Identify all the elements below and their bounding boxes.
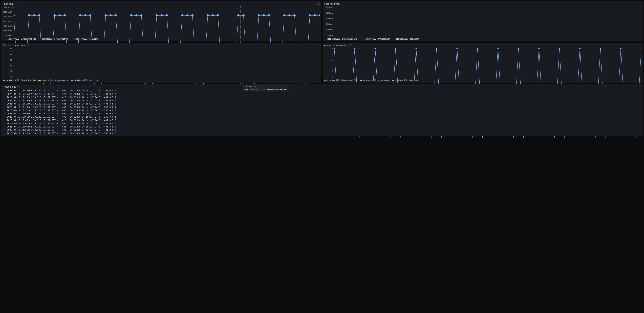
svg-point-137 (84, 14, 86, 16)
log-text: 2023-04-19 14:55:01 10.128.15.192 GET / … (7, 132, 116, 135)
info-icon[interactable]: i (18, 86, 20, 88)
svg-point-158 (191, 14, 194, 16)
svg-point-434 (620, 48, 622, 49)
chevron-right-icon[interactable]: › (4, 128, 6, 132)
svg-point-418 (538, 48, 540, 49)
log-text: 2023-04-19 14:55:01 10.128.15.192 GET / … (7, 128, 116, 132)
info-icon[interactable]: i (15, 3, 17, 5)
chevron-right-icon[interactable]: › (4, 89, 6, 92)
log-level-bar (3, 99, 3, 102)
svg-point-138 (89, 14, 92, 16)
log-line: ›2023-04-19 15:05:01 10.128.15.192 GET /… (3, 112, 641, 115)
info-icon[interactable]: i (351, 44, 354, 46)
log-level-bar (3, 92, 3, 96)
svg-point-426 (579, 48, 581, 49)
log-level-bar (3, 119, 3, 122)
log-level-bar (3, 128, 3, 132)
chevron-right-icon[interactable]: › (4, 132, 6, 135)
svg-point-141 (104, 14, 107, 16)
svg-point-127 (33, 14, 35, 16)
svg-point-183 (319, 14, 320, 16)
svg-point-390 (394, 48, 397, 49)
svg-point-181 (309, 14, 311, 16)
log-level-bar (3, 115, 3, 119)
svg-point-156 (181, 14, 183, 16)
log-level-bar (3, 106, 3, 109)
svg-point-176 (283, 14, 286, 16)
svg-point-151 (156, 14, 158, 16)
svg-point-132 (58, 14, 61, 16)
log-level-bar (3, 132, 3, 135)
log-line: ›2023-04-19 15:15:02 10.128.15.192 GET /… (3, 92, 641, 96)
log-line: ›2023-04-19 15:15:02 10.128.15.192 GET /… (3, 89, 641, 92)
y-axis-attempted-connections: 543210 (324, 48, 334, 78)
chevron-right-icon[interactable]: › (4, 99, 6, 102)
log-text: 2023-04-19 15:00:02 10.128.15.192 GET / … (7, 122, 116, 125)
info-icon[interactable]: i (26, 44, 29, 46)
log-level-bar (3, 112, 3, 115)
log-text: 2023-04-19 15:00:02 10.128.15.192 GET / … (7, 125, 116, 129)
chevron-right-icon[interactable]: › (4, 96, 6, 99)
log-level-bar (3, 122, 3, 125)
panel-files-received: Files received i 100 files/s80 files/s60… (323, 1, 643, 41)
log-line: ›2023-04-19 15:05:01 10.128.15.192 GET /… (3, 119, 641, 122)
svg-point-168 (242, 14, 244, 16)
log-text: 2023-04-19 15:15:02 10.128.15.192 GET / … (7, 92, 116, 96)
logs-viewer[interactable]: ›2023-04-19 15:15:02 10.128.15.192 GET /… (3, 89, 641, 135)
info-icon[interactable]: i (341, 3, 343, 5)
svg-point-143 (115, 14, 117, 16)
panel-menu-button[interactable]: ⋮ (316, 2, 320, 6)
legend-swatch (324, 39, 326, 39)
svg-point-131 (54, 14, 56, 16)
log-level-bar (3, 109, 3, 112)
panel-title: Access logs (3, 85, 16, 88)
svg-point-382 (354, 48, 356, 49)
chevron-right-icon[interactable]: › (4, 112, 6, 115)
panel-title: Current connections (3, 44, 25, 47)
svg-point-167 (237, 14, 239, 16)
log-line: ›2023-04-19 15:10:01 10.128.15.192 GET /… (3, 109, 641, 112)
legend-swatch (3, 39, 5, 39)
log-text: 2023-04-19 15:10:01 10.128.15.192 GET / … (7, 109, 116, 112)
svg-point-136 (79, 14, 81, 16)
svg-point-177 (288, 14, 290, 16)
log-level-bar (3, 125, 3, 129)
chevron-right-icon[interactable]: › (4, 106, 6, 109)
chevron-right-icon[interactable]: › (4, 102, 6, 106)
svg-point-386 (374, 48, 376, 49)
svg-point-123 (14, 14, 15, 16)
chevron-right-icon[interactable]: › (4, 109, 6, 112)
log-text: 2023-04-19 15:10:01 10.128.15.192 GET / … (7, 102, 116, 106)
chevron-right-icon[interactable]: › (4, 122, 6, 125)
svg-point-410 (497, 48, 499, 49)
svg-point-414 (517, 48, 520, 49)
svg-point-152 (161, 14, 163, 16)
log-text: 2023-04-19 15:05:01 10.128.15.192 GET / … (7, 115, 116, 119)
panel-current-connections: Current connections i 100806040200 10:20… (1, 43, 321, 83)
y-axis-files-received: 100 files/s80 files/s60 files/s40 files/… (324, 6, 334, 36)
svg-point-172 (263, 14, 265, 16)
log-line: ›2023-04-19 15:00:02 10.128.15.192 GET /… (3, 125, 641, 129)
log-text: 2023-04-19 15:05:01 10.128.15.192 GET / … (7, 112, 116, 115)
svg-point-378 (334, 48, 335, 49)
panel-title: Files sent (3, 2, 14, 5)
svg-point-146 (130, 14, 132, 16)
chevron-right-icon[interactable]: › (4, 119, 6, 122)
svg-point-178 (294, 14, 296, 16)
svg-point-402 (456, 48, 458, 49)
chevron-right-icon[interactable]: › (4, 92, 6, 96)
chevron-right-icon[interactable]: › (4, 115, 6, 119)
svg-point-126 (28, 14, 30, 16)
panel-title: Files received (324, 2, 340, 5)
log-line: ›2023-04-19 15:10:01 10.128.15.192 GET /… (3, 106, 641, 109)
y-axis-files-sent: 0.03 files/s0.025 files/s0.02 files/s0.0… (3, 6, 14, 36)
svg-point-422 (558, 48, 560, 49)
log-level-bar (3, 89, 3, 92)
svg-point-171 (258, 14, 260, 16)
y-axis-current-connections: 100806040200 (3, 48, 13, 78)
log-line: ›2023-04-19 15:10:01 10.128.15.192 GET /… (3, 102, 641, 106)
log-text: 2023-04-19 15:15:02 10.128.15.192 GET / … (7, 99, 116, 102)
panel-attempted-connections: Attempted connections i 543210 10:2010:2… (323, 43, 643, 83)
log-line: ›2023-04-19 15:05:01 10.128.15.192 GET /… (3, 115, 641, 119)
chevron-right-icon[interactable]: › (4, 125, 6, 129)
